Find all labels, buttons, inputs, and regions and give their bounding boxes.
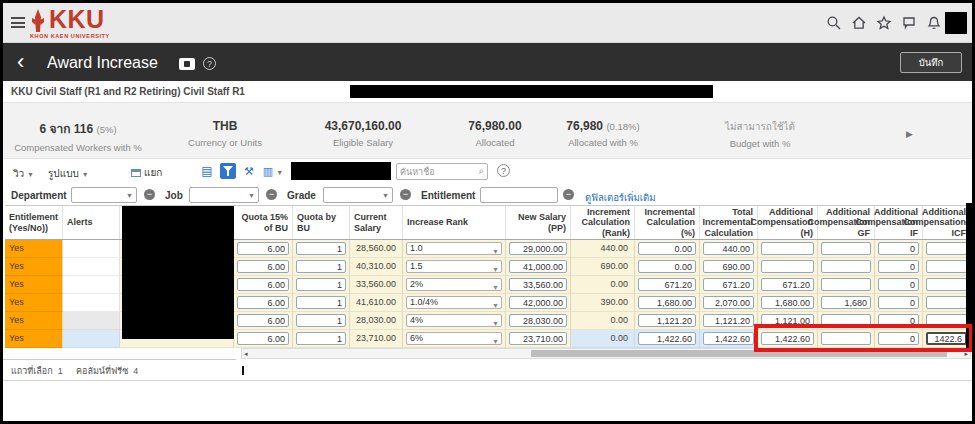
addcomp-icf-input[interactable] xyxy=(926,260,967,273)
summary-next-arrow-icon[interactable]: ▶ xyxy=(906,129,913,139)
addcomp-if-input[interactable] xyxy=(878,314,919,327)
alerts-cell xyxy=(63,312,120,330)
job-clear-icon[interactable]: − xyxy=(266,189,277,200)
addcomp-if-input[interactable] xyxy=(878,296,919,309)
addcomp-h-input[interactable] xyxy=(761,278,814,291)
filter-funnel-icon[interactable] xyxy=(220,163,236,179)
announcements-flag-icon[interactable] xyxy=(901,15,917,31)
quota15-input[interactable] xyxy=(237,260,289,273)
increase-rank-select[interactable]: 6%▼ xyxy=(406,332,502,345)
total-incremental-input[interactable] xyxy=(703,278,754,291)
help-icon[interactable]: ? xyxy=(203,57,216,70)
addcomp-gf-input[interactable] xyxy=(821,314,871,327)
search-icon[interactable]: ⌕ xyxy=(478,165,484,177)
addcomp-h-input[interactable] xyxy=(761,242,814,255)
help-icon[interactable]: ? xyxy=(497,164,510,177)
favorites-star-icon[interactable] xyxy=(876,15,892,31)
quota-bu-input[interactable] xyxy=(296,296,346,309)
addcomp-gf-input[interactable] xyxy=(821,242,871,255)
total-incremental-input[interactable] xyxy=(703,242,754,255)
quota15-input[interactable] xyxy=(237,242,289,255)
increase-rank-select[interactable]: 2%▼ xyxy=(406,278,502,291)
incremental-pct-input[interactable] xyxy=(638,332,696,345)
increase-rank-select[interactable]: 1.5▼ xyxy=(406,260,502,273)
addcomp-gf-input[interactable] xyxy=(821,260,871,273)
addcomp-h-input[interactable] xyxy=(761,260,814,273)
new-salary-input[interactable] xyxy=(509,296,567,309)
total-incremental-input[interactable] xyxy=(703,296,754,309)
user-avatar-redacted[interactable] xyxy=(945,12,967,34)
tools-icon[interactable]: ⚒ xyxy=(241,163,257,179)
increase-rank-select[interactable]: 4%▼ xyxy=(406,314,502,327)
quota15-input[interactable] xyxy=(237,314,289,327)
new-salary-input[interactable] xyxy=(509,314,567,327)
hamburger-icon[interactable] xyxy=(11,17,25,28)
entitlement-input[interactable] xyxy=(480,187,558,203)
addcomp-gf-input[interactable] xyxy=(821,332,871,345)
columns-icon[interactable]: ▥ ▼ xyxy=(261,163,285,179)
save-button[interactable]: บันทึก xyxy=(900,52,962,73)
incremental-pct-input[interactable] xyxy=(638,314,696,327)
entitlement-cell: Yes xyxy=(5,276,63,294)
quota-bu-input[interactable] xyxy=(296,242,346,255)
horizontal-scrollbar[interactable]: ◂ ▸ xyxy=(241,348,971,359)
freeze-icon[interactable]: ▤ xyxy=(199,163,215,179)
incremental-pct-input[interactable] xyxy=(638,296,696,309)
notifications-bell-icon[interactable] xyxy=(926,15,942,31)
incremental-pct-cell xyxy=(635,258,700,276)
view-menu[interactable]: วิว ▼ xyxy=(13,166,34,181)
scrollbar-thumb[interactable] xyxy=(531,350,947,357)
addcomp-icf-input[interactable] xyxy=(926,314,967,327)
addcomp-if-input[interactable] xyxy=(878,278,919,291)
addcomp-icf-input-focused[interactable] xyxy=(926,332,967,345)
quota15-input[interactable] xyxy=(237,332,289,345)
alerts-cell xyxy=(63,240,120,258)
addcomp-gf-input[interactable] xyxy=(821,296,871,309)
entitlement-clear-icon[interactable]: − xyxy=(563,189,574,200)
increase-rank-select[interactable]: 1.0/4%▼ xyxy=(406,296,502,309)
home-icon[interactable] xyxy=(851,15,867,31)
addcomp-h-input[interactable] xyxy=(761,296,814,309)
incremental-pct-input[interactable] xyxy=(638,278,696,291)
job-select[interactable]: ▼ xyxy=(189,187,259,203)
new-salary-input[interactable] xyxy=(509,260,567,273)
addcomp-h-input[interactable] xyxy=(761,314,814,327)
scroll-left-icon[interactable]: ◂ xyxy=(244,349,248,358)
grade-clear-icon[interactable]: − xyxy=(400,189,411,200)
quota-bu-input[interactable] xyxy=(296,260,346,273)
total-incremental-input[interactable] xyxy=(703,314,754,327)
new-salary-input[interactable] xyxy=(509,242,567,255)
quota-bu-input[interactable] xyxy=(296,314,346,327)
more-filters-link[interactable]: ดูฟิลเตอร์เพิ่มเติม xyxy=(585,190,655,205)
department-select[interactable]: ▼ xyxy=(71,187,137,203)
new-salary-input[interactable] xyxy=(509,332,567,345)
quota15-input[interactable] xyxy=(237,278,289,291)
new-salary-input[interactable] xyxy=(509,278,567,291)
quota-bu-input[interactable] xyxy=(296,278,346,291)
addcomp-if-input[interactable] xyxy=(878,332,919,345)
back-chevron-icon[interactable]: ‹ xyxy=(17,49,24,75)
total-incremental-input[interactable] xyxy=(703,260,754,273)
increase-rank-select[interactable]: 1.0▼ xyxy=(406,242,502,255)
addcomp-if-input[interactable] xyxy=(878,260,919,273)
addcomp-if-input[interactable] xyxy=(878,242,919,255)
department-clear-icon[interactable]: − xyxy=(144,189,155,200)
addcomp-icf-input[interactable] xyxy=(926,242,967,255)
addcomp-icf-input[interactable] xyxy=(926,278,967,291)
quota15-input[interactable] xyxy=(237,296,289,309)
format-menu[interactable]: รูปแบบ ▼ xyxy=(48,166,89,181)
grade-select[interactable]: ▼ xyxy=(323,187,393,203)
current-salary-cell: 28,030.00 xyxy=(350,312,403,330)
search-icon[interactable] xyxy=(826,15,842,31)
search-input[interactable] xyxy=(400,165,472,178)
incremental-pct-input[interactable] xyxy=(638,242,696,255)
quota-bu-input[interactable] xyxy=(296,332,346,345)
detach-button[interactable]: แยก xyxy=(131,165,162,180)
addcomp-h-input[interactable] xyxy=(761,332,814,345)
incremental-pct-input[interactable] xyxy=(638,260,696,273)
addcomp-gf-input[interactable] xyxy=(821,278,871,291)
video-icon[interactable] xyxy=(179,58,195,70)
scroll-right-icon[interactable]: ▸ xyxy=(964,349,968,358)
total-incremental-input[interactable] xyxy=(703,332,754,345)
addcomp-icf-input[interactable] xyxy=(926,296,967,309)
